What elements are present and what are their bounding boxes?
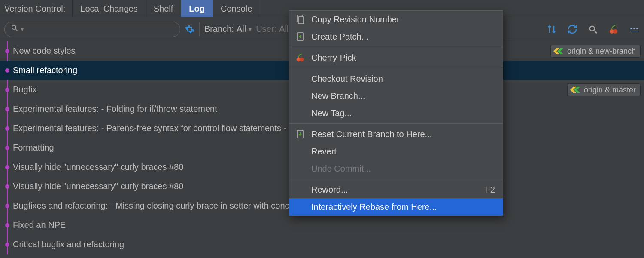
tab-console[interactable]: Console <box>213 0 260 17</box>
reorder-icon[interactable] <box>546 24 557 35</box>
menu-item-label: Create Patch... <box>311 32 368 42</box>
menu-item[interactable]: New Tag... <box>289 104 503 122</box>
commit-message: Bugfix <box>13 85 37 95</box>
commit-message: Formatting <box>13 143 54 153</box>
menu-separator <box>289 123 503 124</box>
commit-message: Visually hide "unnecessary" curly braces… <box>13 181 183 191</box>
commit-row[interactable]: Fixed an NPE <box>0 215 644 235</box>
menu-separator <box>289 179 503 179</box>
separator <box>199 22 200 36</box>
more-icon[interactable] <box>629 24 640 35</box>
svg-point-6 <box>630 28 632 29</box>
menu-item[interactable]: New Branch... <box>289 87 503 104</box>
reset-icon <box>295 129 305 139</box>
menu-item-label: New Branch... <box>311 91 365 101</box>
svg-line-1 <box>15 29 18 31</box>
tag-icon <box>553 47 565 55</box>
commit-message: Fixed an NPE <box>13 220 66 230</box>
svg-point-8 <box>636 28 638 29</box>
chevron-down-icon: ▾ <box>249 26 252 33</box>
patch-icon <box>295 31 305 42</box>
copy-icon <box>295 14 305 25</box>
menu-item: Undo Commit... <box>289 160 503 177</box>
log-toolbar <box>546 24 640 35</box>
menu-item-label: Interactively Rebase from Here... <box>311 202 437 212</box>
gear-icon[interactable] <box>185 24 195 34</box>
context-menu: Copy Revision NumberCreate Patch...Cherr… <box>289 10 503 216</box>
filter-branch[interactable]: Branch: All ▾ <box>204 24 252 34</box>
menu-item-label: Cherry-Pick <box>311 53 356 63</box>
svg-point-7 <box>633 28 635 29</box>
commit-message: Critical bugfix and refactoring <box>13 240 124 249</box>
tab-local-changes[interactable]: Local Changes <box>72 0 145 17</box>
menu-item-label: Reset Current Branch to Here... <box>311 129 432 139</box>
menu-item-label: Reword... <box>311 185 348 195</box>
menu-item[interactable]: Copy Revision Number <box>289 11 503 28</box>
menu-item-label: Checkout Revision <box>311 74 383 84</box>
svg-line-3 <box>594 30 597 33</box>
cherry-icon <box>295 52 305 63</box>
svg-rect-10 <box>298 17 304 24</box>
menu-item[interactable]: Create Patch... <box>289 28 503 45</box>
svg-point-2 <box>590 26 595 31</box>
chevron-down-icon[interactable]: ▾ <box>21 26 24 32</box>
search-icon <box>11 24 18 34</box>
menu-item-label: Revert <box>311 147 337 157</box>
menu-item[interactable]: Reword...F2 <box>289 181 503 198</box>
menu-separator <box>289 47 503 47</box>
menu-item[interactable]: Cherry-Pick <box>289 49 503 66</box>
menu-item[interactable]: Reset Current Branch to Here... <box>289 126 503 143</box>
commit-row[interactable]: Critical bugfix and refactoring <box>0 235 644 254</box>
log-search-input[interactable] <box>26 25 174 34</box>
branch-tag-label: origin & master <box>584 86 636 95</box>
commit-message: Small refactoring <box>13 65 77 75</box>
log-search-box[interactable]: ▾ <box>4 22 180 37</box>
menu-item-label: Copy Revision Number <box>311 15 400 25</box>
menu-item-shortcut: F2 <box>485 185 495 195</box>
tab-shelf[interactable]: Shelf <box>146 0 181 17</box>
tag-icon <box>570 86 581 94</box>
menu-item-label: New Tag... <box>311 108 352 118</box>
commit-message: Visually hide "unnecessary" curly braces… <box>13 162 183 172</box>
menu-item[interactable]: Interactively Rebase from Here... <box>289 198 503 215</box>
branch-tag[interactable]: origin & master <box>567 83 641 96</box>
commit-message: Experimental features: - Folding for if/… <box>13 104 217 114</box>
tool-window-title: Version Control: <box>0 0 72 17</box>
find-icon[interactable] <box>587 24 598 35</box>
tab-log[interactable]: Log <box>181 0 213 17</box>
commit-message: New code styles <box>13 46 76 56</box>
cherry-icon[interactable] <box>608 24 619 35</box>
refresh-icon[interactable] <box>567 24 578 35</box>
svg-point-13 <box>300 58 304 61</box>
menu-item-label: Undo Commit... <box>311 164 371 174</box>
branch-tag[interactable]: origin & new-branch <box>550 45 641 58</box>
svg-point-5 <box>613 29 617 34</box>
branch-tag-label: origin & new-branch <box>567 47 636 56</box>
menu-item[interactable]: Checkout Revision <box>289 70 503 87</box>
menu-separator <box>289 68 503 68</box>
svg-point-0 <box>12 25 16 29</box>
menu-item[interactable]: Revert <box>289 143 503 160</box>
